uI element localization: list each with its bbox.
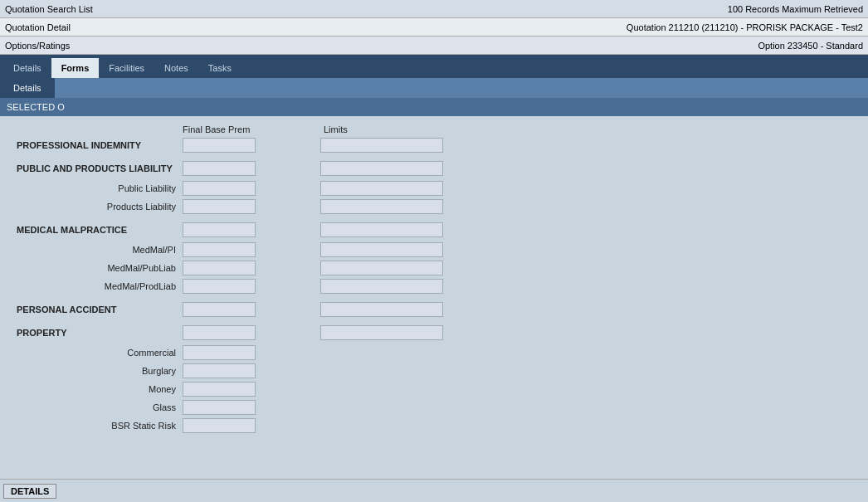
bsr-static-risk-base-prem[interactable] [183,418,256,433]
section-professional-indemnity: PROFESSIONAL INDEMNITY [17,138,851,153]
pi-label: PROFESSIONAL INDEMNITY [17,140,183,150]
products-liability-label: Products Liability [17,202,183,212]
glass-label: Glass [17,402,183,412]
products-liability-base-prem[interactable] [183,199,256,214]
money-base-prem[interactable] [183,382,256,397]
options-ratings-label: Options/Ratings [5,41,70,51]
public-liability-label: Public Liability [17,183,183,193]
medmal-prodliab-row: MedMal/ProdLiab [17,279,851,294]
section-medical-malpractice: MEDICAL MALPRACTICE MedMal/PI MedMal/Pub… [17,222,851,294]
selected-option-bar: SELECTED O [0,98,868,116]
col-header-base-prem: Final Base Prem [183,124,257,134]
glass-base-prem[interactable] [183,400,256,415]
medmal-publiab-label: MedMal/PubLiab [17,263,183,273]
commercial-base-prem[interactable] [183,345,256,360]
medmal-prodliab-limits[interactable] [320,279,443,294]
section-public-products: PUBLIC AND PRODUCTS LIABILITY Public Lia… [17,161,851,214]
money-row: Money [17,382,851,397]
medmal-pi-base-prem[interactable] [183,242,256,257]
ppl-label: PUBLIC AND PRODUCTS LIABILITY [17,163,183,173]
medmal-pi-limits[interactable] [320,242,443,257]
selected-option-text: SELECTED O [7,102,65,112]
column-headers: Final Base Prem Limits [183,124,851,134]
content-area: Final Base Prem Limits PROFESSIONAL INDE… [0,116,868,450]
mm-limits[interactable] [320,222,443,237]
search-list-title: Quotation Search List [5,4,93,14]
quotation-detail-value: Quotation 211210 (211210) - PRORISK PACK… [627,22,863,32]
medmal-pi-label: MedMal/PI [17,245,183,255]
prop-label: PROPERTY [17,328,183,338]
medmal-publiab-base-prem[interactable] [183,261,256,275]
section-property: PROPERTY Commercial Burglary Money Glass… [17,325,851,433]
tab-details[interactable]: Details [3,58,51,78]
section-personal-accident: PERSONAL ACCIDENT [17,302,851,317]
quotation-detail-bar: Quotation Detail Quotation 211210 (21121… [0,18,868,37]
mm-base-prem[interactable] [183,222,256,237]
tab-tasks[interactable]: Tasks [198,58,241,78]
prop-base-prem[interactable] [183,325,256,340]
sub-tab-details[interactable]: Details [0,78,55,98]
prop-limits[interactable] [320,325,443,340]
ppl-main-row: PUBLIC AND PRODUCTS LIABILITY [17,161,851,176]
pi-base-prem[interactable] [183,138,256,153]
ppl-limits[interactable] [320,161,443,176]
bsr-static-risk-row: BSR Static Risk [17,418,851,433]
pa-limits[interactable] [320,302,443,317]
mm-label: MEDICAL MALPRACTICE [17,225,183,235]
options-ratings-bar: Options/Ratings Option 233450 - Standard [0,37,868,55]
public-liability-row: Public Liability [17,181,851,196]
burglary-row: Burglary [17,363,851,378]
tab-forms[interactable]: Forms [51,58,100,78]
medmal-pi-row: MedMal/PI [17,242,851,257]
bsr-static-risk-label: BSR Static Risk [17,421,183,431]
ppl-base-prem[interactable] [183,161,256,176]
tab-facilities[interactable]: Facilities [99,58,154,78]
pi-main-row: PROFESSIONAL INDEMNITY [17,138,851,153]
pa-main-row: PERSONAL ACCIDENT [17,302,851,317]
pi-limits[interactable] [320,138,443,153]
public-liability-base-prem[interactable] [183,181,256,196]
medmal-prodliab-label: MedMal/ProdLiab [17,281,183,291]
records-retrieved: 100 Records Maximum Retrieved [728,4,863,14]
products-liability-row: Products Liability [17,199,851,214]
top-bar: Quotation Search List 100 Records Maximu… [0,0,868,18]
medmal-prodliab-base-prem[interactable] [183,279,256,294]
money-label: Money [17,384,183,394]
public-liability-limits[interactable] [320,181,443,196]
commercial-row: Commercial [17,345,851,360]
tab-notes[interactable]: Notes [154,58,198,78]
options-ratings-value: Option 233450 - Standard [758,41,863,51]
commercial-label: Commercial [17,348,183,358]
burglary-label: Burglary [17,366,183,376]
tab-bar: Details Forms Facilities Notes Tasks [0,55,868,78]
mm-main-row: MEDICAL MALPRACTICE [17,222,851,237]
glass-row: Glass [17,400,851,415]
prop-main-row: PROPERTY [17,325,851,340]
products-liability-limits[interactable] [320,199,443,214]
col-header-limits: Limits [324,124,398,134]
sub-tab-bar: Details [0,78,868,98]
quotation-detail-label: Quotation Detail [5,22,71,32]
medmal-publiab-limits[interactable] [320,261,443,275]
pa-base-prem[interactable] [183,302,256,317]
pa-label: PERSONAL ACCIDENT [17,305,183,314]
burglary-base-prem[interactable] [183,363,256,378]
medmal-publiab-row: MedMal/PubLiab [17,261,851,275]
